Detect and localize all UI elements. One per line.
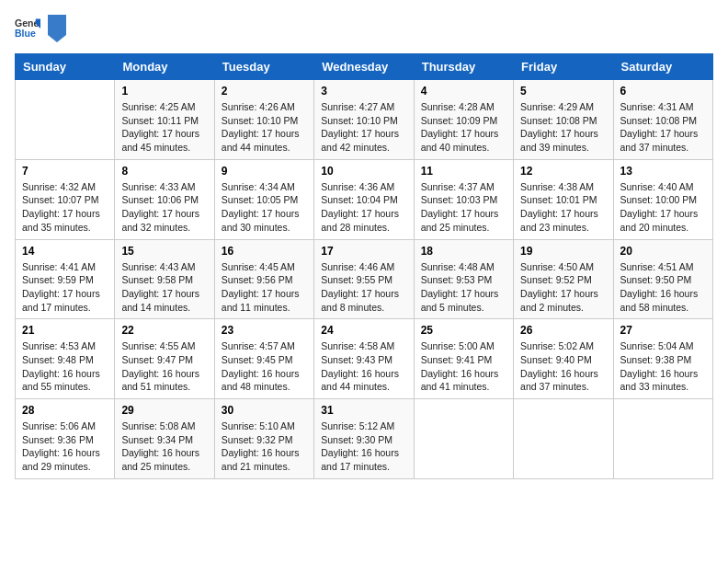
calendar-cell: 23Sunrise: 4:57 AM Sunset: 9:45 PM Dayli… [214, 319, 313, 399]
day-number: 12 [520, 165, 606, 178]
day-number: 9 [222, 165, 307, 178]
day-info: Sunrise: 4:32 AM Sunset: 10:07 PM Daylig… [22, 180, 108, 235]
day-info: Sunrise: 4:53 AM Sunset: 9:48 PM Dayligh… [22, 339, 108, 394]
calendar-cell: 10Sunrise: 4:36 AM Sunset: 10:04 PM Dayl… [314, 159, 414, 239]
day-number: 10 [321, 165, 406, 178]
day-info: Sunrise: 4:48 AM Sunset: 9:53 PM Dayligh… [421, 260, 506, 315]
day-number: 24 [321, 324, 406, 337]
day-info: Sunrise: 4:31 AM Sunset: 10:08 PM Daylig… [620, 100, 706, 155]
day-info: Sunrise: 4:29 AM Sunset: 10:08 PM Daylig… [520, 100, 606, 155]
calendar-cell: 9Sunrise: 4:34 AM Sunset: 10:05 PM Dayli… [214, 159, 313, 239]
day-info: Sunrise: 4:50 AM Sunset: 9:52 PM Dayligh… [520, 260, 606, 315]
day-number: 30 [222, 404, 307, 417]
calendar-cell: 4Sunrise: 4:28 AM Sunset: 10:09 PM Dayli… [414, 80, 513, 160]
day-info: Sunrise: 4:33 AM Sunset: 10:06 PM Daylig… [121, 180, 207, 235]
day-info: Sunrise: 4:34 AM Sunset: 10:05 PM Daylig… [222, 180, 307, 235]
day-number: 7 [22, 165, 108, 178]
day-number: 13 [620, 165, 706, 178]
calendar-cell: 6Sunrise: 4:31 AM Sunset: 10:08 PM Dayli… [613, 80, 712, 160]
calendar-cell: 29Sunrise: 5:08 AM Sunset: 9:34 PM Dayli… [115, 399, 214, 479]
calendar-cell: 20Sunrise: 4:51 AM Sunset: 9:50 PM Dayli… [613, 239, 712, 319]
svg-marker-3 [48, 15, 66, 42]
day-info: Sunrise: 4:57 AM Sunset: 9:45 PM Dayligh… [222, 339, 307, 394]
day-info: Sunrise: 4:25 AM Sunset: 10:11 PM Daylig… [121, 100, 207, 155]
calendar-week-row: 7Sunrise: 4:32 AM Sunset: 10:07 PM Dayli… [16, 159, 713, 239]
day-number: 15 [121, 245, 207, 258]
calendar-cell [414, 399, 513, 479]
day-number: 8 [121, 165, 207, 178]
calendar-cell [613, 399, 712, 479]
calendar-cell: 5Sunrise: 4:29 AM Sunset: 10:08 PM Dayli… [514, 80, 613, 160]
day-info: Sunrise: 5:10 AM Sunset: 9:32 PM Dayligh… [222, 419, 307, 474]
calendar-cell: 1Sunrise: 4:25 AM Sunset: 10:11 PM Dayli… [115, 80, 214, 160]
calendar-cell: 15Sunrise: 4:43 AM Sunset: 9:58 PM Dayli… [115, 239, 214, 319]
day-number: 2 [222, 85, 307, 98]
day-number: 28 [22, 404, 108, 417]
calendar-cell: 21Sunrise: 4:53 AM Sunset: 9:48 PM Dayli… [16, 319, 115, 399]
calendar-cell: 18Sunrise: 4:48 AM Sunset: 9:53 PM Dayli… [414, 239, 513, 319]
day-info: Sunrise: 4:27 AM Sunset: 10:10 PM Daylig… [321, 100, 406, 155]
calendar-header-row: SundayMondayTuesdayWednesdayThursdayFrid… [16, 54, 713, 80]
day-info: Sunrise: 5:08 AM Sunset: 9:34 PM Dayligh… [121, 419, 207, 474]
calendar-cell: 14Sunrise: 4:41 AM Sunset: 9:59 PM Dayli… [16, 239, 115, 319]
calendar-cell: 30Sunrise: 5:10 AM Sunset: 9:32 PM Dayli… [214, 399, 313, 479]
day-number: 31 [321, 404, 406, 417]
day-number: 16 [222, 245, 307, 258]
day-info: Sunrise: 5:12 AM Sunset: 9:30 PM Dayligh… [321, 419, 406, 474]
day-info: Sunrise: 5:02 AM Sunset: 9:40 PM Dayligh… [520, 339, 606, 394]
calendar-table: SundayMondayTuesdayWednesdayThursdayFrid… [15, 53, 713, 479]
calendar-cell: 8Sunrise: 4:33 AM Sunset: 10:06 PM Dayli… [115, 159, 214, 239]
day-number: 18 [421, 245, 506, 258]
weekday-header-wednesday: Wednesday [314, 54, 414, 80]
weekday-header-monday: Monday [115, 54, 214, 80]
day-number: 19 [520, 245, 606, 258]
calendar-cell: 24Sunrise: 4:58 AM Sunset: 9:43 PM Dayli… [314, 319, 414, 399]
day-number: 3 [321, 85, 406, 98]
day-number: 1 [121, 85, 207, 98]
day-info: Sunrise: 4:55 AM Sunset: 9:47 PM Dayligh… [121, 339, 207, 394]
calendar-cell: 28Sunrise: 5:06 AM Sunset: 9:36 PM Dayli… [16, 399, 115, 479]
day-info: Sunrise: 5:06 AM Sunset: 9:36 PM Dayligh… [22, 419, 108, 474]
calendar-cell: 11Sunrise: 4:37 AM Sunset: 10:03 PM Dayl… [414, 159, 513, 239]
day-info: Sunrise: 4:51 AM Sunset: 9:50 PM Dayligh… [620, 260, 706, 315]
calendar-cell: 26Sunrise: 5:02 AM Sunset: 9:40 PM Dayli… [514, 319, 613, 399]
day-info: Sunrise: 4:58 AM Sunset: 9:43 PM Dayligh… [321, 339, 406, 394]
calendar-week-row: 1Sunrise: 4:25 AM Sunset: 10:11 PM Dayli… [16, 80, 713, 160]
logo-icon: General Blue [15, 16, 40, 41]
weekday-header-thursday: Thursday [414, 54, 513, 80]
calendar-cell [16, 80, 115, 160]
day-number: 25 [421, 324, 506, 337]
day-info: Sunrise: 4:36 AM Sunset: 10:04 PM Daylig… [321, 180, 406, 235]
day-info: Sunrise: 5:04 AM Sunset: 9:38 PM Dayligh… [620, 339, 706, 394]
day-number: 17 [321, 245, 406, 258]
page-header: General Blue [15, 15, 713, 42]
calendar-cell: 16Sunrise: 4:45 AM Sunset: 9:56 PM Dayli… [214, 239, 313, 319]
calendar-cell: 25Sunrise: 5:00 AM Sunset: 9:41 PM Dayli… [414, 319, 513, 399]
calendar-cell: 12Sunrise: 4:38 AM Sunset: 10:01 PM Dayl… [514, 159, 613, 239]
logo: General Blue [15, 15, 66, 42]
calendar-week-row: 21Sunrise: 4:53 AM Sunset: 9:48 PM Dayli… [16, 319, 713, 399]
day-info: Sunrise: 4:43 AM Sunset: 9:58 PM Dayligh… [121, 260, 207, 315]
calendar-cell [514, 399, 613, 479]
day-number: 6 [620, 85, 706, 98]
svg-text:Blue: Blue [15, 28, 36, 39]
calendar-cell: 31Sunrise: 5:12 AM Sunset: 9:30 PM Dayli… [314, 399, 414, 479]
day-number: 26 [520, 324, 606, 337]
calendar-cell: 17Sunrise: 4:46 AM Sunset: 9:55 PM Dayli… [314, 239, 414, 319]
day-number: 4 [421, 85, 506, 98]
calendar-cell: 27Sunrise: 5:04 AM Sunset: 9:38 PM Dayli… [613, 319, 712, 399]
calendar-cell: 3Sunrise: 4:27 AM Sunset: 10:10 PM Dayli… [314, 80, 414, 160]
calendar-cell: 22Sunrise: 4:55 AM Sunset: 9:47 PM Dayli… [115, 319, 214, 399]
day-info: Sunrise: 4:46 AM Sunset: 9:55 PM Dayligh… [321, 260, 406, 315]
day-info: Sunrise: 4:41 AM Sunset: 9:59 PM Dayligh… [22, 260, 108, 315]
logo-arrow-icon [48, 15, 66, 42]
day-number: 21 [22, 324, 108, 337]
day-info: Sunrise: 5:00 AM Sunset: 9:41 PM Dayligh… [421, 339, 506, 394]
calendar-cell: 19Sunrise: 4:50 AM Sunset: 9:52 PM Dayli… [514, 239, 613, 319]
day-info: Sunrise: 4:38 AM Sunset: 10:01 PM Daylig… [520, 180, 606, 235]
day-number: 29 [121, 404, 207, 417]
day-info: Sunrise: 4:37 AM Sunset: 10:03 PM Daylig… [421, 180, 506, 235]
day-number: 20 [620, 245, 706, 258]
day-number: 11 [421, 165, 506, 178]
weekday-header-sunday: Sunday [16, 54, 115, 80]
